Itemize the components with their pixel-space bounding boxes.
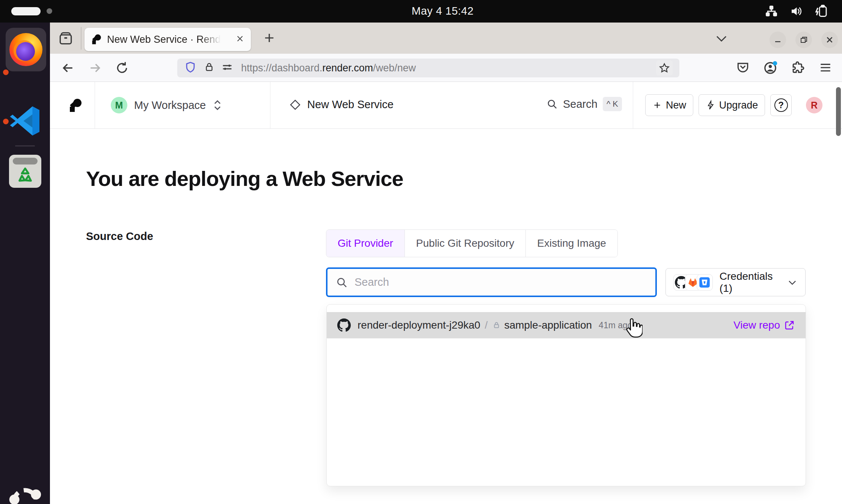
trash-icon	[9, 155, 41, 188]
volume-icon	[789, 5, 803, 20]
header-divider	[270, 82, 270, 128]
back-button[interactable]	[60, 60, 75, 77]
dock-divider	[15, 145, 35, 146]
url-bar[interactable]: https://dashboard.render.com/web/new	[177, 59, 679, 77]
plus-icon	[652, 100, 662, 110]
dock	[0, 23, 50, 504]
extensions-puzzle-icon[interactable]	[791, 60, 805, 76]
screen: May 4 15:42	[0, 0, 842, 504]
dock-item-firefox[interactable]	[6, 28, 46, 71]
diamond-icon	[289, 99, 301, 111]
view-repo-label: View repo	[733, 319, 780, 331]
workspace-switcher[interactable]: M My Workspace	[111, 97, 222, 113]
reload-button[interactable]	[115, 60, 130, 77]
repo-search-input[interactable]	[355, 276, 617, 288]
minimize-button[interactable]	[770, 32, 786, 48]
activities-pill[interactable]	[11, 7, 41, 15]
search-icon	[546, 98, 558, 110]
upgrade-button[interactable]: Upgrade	[699, 94, 765, 116]
credentials-dropdown[interactable]: Credentials (1)	[665, 268, 806, 296]
header-divider	[95, 82, 95, 128]
firefox-icon	[9, 33, 42, 66]
bookmark-star-icon[interactable]	[656, 60, 673, 75]
page-content: You are deploying a Web Service Source C…	[50, 129, 842, 504]
tracking-protection-shield-icon[interactable]	[184, 60, 197, 75]
repo-slash: /	[485, 319, 488, 331]
private-lock-icon	[492, 320, 501, 330]
external-link-icon	[784, 320, 795, 331]
breadcrumb: New Web Service	[289, 98, 394, 111]
search-label: Search	[563, 98, 598, 110]
view-repo-link[interactable]: View repo	[733, 319, 795, 331]
new-tab-button[interactable]	[262, 31, 276, 47]
repo-list-panel: render-deployment-j29ka0 / sample-applic…	[326, 304, 806, 486]
page-title: New Web Service	[307, 98, 394, 111]
network-icon	[765, 5, 778, 20]
new-button[interactable]: New	[645, 94, 693, 116]
deploy-heading: You are deploying a Web Service	[86, 166, 403, 191]
pocket-icon[interactable]	[736, 60, 750, 76]
dock-item-show-apps[interactable]	[0, 484, 50, 504]
app-header: M My Workspace New Web Service Search ^ …	[50, 82, 842, 129]
help-button[interactable]: ?	[770, 94, 792, 116]
user-avatar[interactable]: R	[806, 97, 822, 113]
source-code-label: Source Code	[86, 230, 153, 243]
render-favicon	[91, 34, 102, 45]
permissions-toggles-icon[interactable]	[221, 61, 234, 75]
url-text: https://dashboard.render.com/web/new	[241, 62, 416, 74]
list-tabs-chevron-icon[interactable]	[715, 33, 728, 46]
connection-lock-icon[interactable]	[204, 61, 215, 75]
restore-button[interactable]	[795, 32, 812, 48]
repo-name: sample-application	[504, 319, 592, 331]
repo-owner: render-deployment-j29ka0	[358, 319, 480, 331]
tab-title: New Web Service · Rend	[107, 34, 221, 45]
header-divider	[633, 82, 633, 128]
dock-item-trash[interactable]	[0, 155, 50, 188]
search-icon	[336, 276, 348, 288]
new-button-label: New	[666, 100, 686, 111]
tab-close-icon[interactable]	[235, 34, 245, 45]
tab-existing-image[interactable]: Existing Image	[526, 230, 617, 257]
credentials-label: Credentials (1)	[720, 270, 787, 294]
repo-search-box[interactable]	[326, 267, 657, 297]
system-clock[interactable]: May 4 15:42	[412, 5, 474, 17]
vscode-running-dot	[3, 119, 9, 124]
close-window-button[interactable]	[821, 32, 838, 48]
lightning-icon	[706, 100, 715, 111]
menu-hamburger-icon[interactable]	[818, 60, 833, 76]
tabbar-separator	[81, 27, 81, 50]
account-icon[interactable]	[763, 60, 778, 77]
page-scrollbar-thumb[interactable]	[836, 87, 841, 136]
chevron-down-icon	[787, 277, 798, 288]
ubuntu-logo-icon	[8, 484, 42, 504]
system-top-bar: May 4 15:42	[0, 0, 842, 23]
firefox-running-dot	[3, 69, 9, 75]
firefox-view-button[interactable]	[57, 30, 74, 48]
workspace-indicator-dot	[47, 8, 52, 14]
battery-charging-icon	[814, 5, 829, 20]
vscode-icon	[9, 104, 42, 137]
system-tray[interactable]	[765, 5, 829, 20]
browser-window: New Web Service · Rend	[50, 23, 842, 504]
active-tab[interactable]: New Web Service · Rend	[85, 28, 251, 51]
tab-bar: New Web Service · Rend	[50, 23, 842, 54]
upgrade-button-label: Upgrade	[719, 100, 758, 111]
github-icon	[337, 318, 351, 332]
workspace-avatar: M	[111, 97, 127, 113]
mouse-cursor	[623, 318, 643, 339]
search-shortcut-badge: ^ K	[603, 97, 622, 111]
chevron-up-down-icon	[213, 99, 222, 112]
bitbucket-icon	[697, 274, 713, 291]
tab-public-git-repository[interactable]: Public Git Repository	[405, 230, 526, 257]
repo-row[interactable]: render-deployment-j29ka0 / sample-applic…	[327, 312, 806, 338]
question-mark-icon: ?	[774, 98, 788, 112]
forward-button[interactable]	[88, 60, 103, 77]
source-tabs: Git Provider Public Git Repository Exist…	[326, 229, 618, 257]
tab-git-provider[interactable]: Git Provider	[326, 230, 405, 257]
navigation-toolbar: https://dashboard.render.com/web/new	[50, 54, 842, 82]
global-search-button[interactable]: Search ^ K	[546, 97, 622, 111]
workspace-name: My Workspace	[134, 99, 206, 112]
render-logo[interactable]	[68, 98, 83, 113]
